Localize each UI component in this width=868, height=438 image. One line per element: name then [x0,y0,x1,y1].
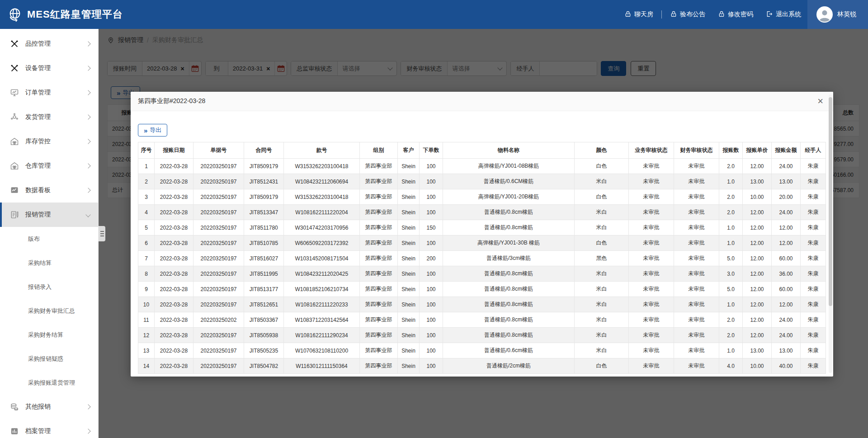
modal-table-cell: 202203250197 [193,174,244,189]
modal-table-cell: 朱康 [801,266,826,282]
modal-table-cell: W1084232112020425 [284,266,360,282]
modal-table-cell: 朱康 [801,282,826,297]
modal-table-cell: 米白 [575,266,629,282]
modal-table-cell: 12.00 [743,251,772,266]
modal-table-cell: 未审批 [629,189,674,205]
sidebar-subitem-报销录入[interactable]: 报销录入 [0,275,98,299]
modal-table-cell: W1081852106210734 [284,282,360,297]
chevron-right-icon [85,188,90,193]
sidebar-subitem-采购报销疑惑[interactable]: 采购报销疑惑 [0,347,98,371]
modal-table-cell: W1081622111220204 [284,205,360,220]
modal-col-业务审核状态: 业务审核状态 [629,142,674,159]
modal-table-cell: 20.00 [772,189,801,205]
modal-table-cell: 未审批 [674,297,719,312]
modal-table-cell: 未审批 [629,328,674,343]
modal-export-button[interactable]: » 导出 [138,124,167,137]
modal-table-cell: 2022-03-28 [155,312,193,328]
modal-table-cell: 朱康 [801,189,826,205]
modal-table-cell: 未审批 [674,235,719,251]
coins-icon [10,402,19,411]
nav-link-验布公告[interactable]: 验布公告 [670,10,705,19]
modal-table-cell: 100 [420,312,443,328]
modal-table-cell: 12.00 [772,297,801,312]
sidebar-item-label: 设备管理 [25,64,51,72]
close-icon[interactable]: × [815,96,826,106]
modal-table-cell: 100 [420,174,443,189]
sidebar-item-品控管理[interactable]: 品控管理 [0,32,98,56]
modal-table-cell: 11 [138,312,155,328]
archive-icon [10,427,19,436]
modal-table-cell: 朱康 [801,312,826,328]
modal-table-cell: 未审批 [674,189,719,205]
modal-table-cell: 100 [420,328,443,343]
modal-table-cell: 36.00 [772,266,801,282]
modal-col-物料名称: 物料名称 [443,142,575,159]
tools-icon [10,39,19,48]
user-menu[interactable]: 林英锐 [807,0,868,29]
modal-table-cell: 普通橡筋/0.8cm橡筋 [443,220,575,235]
modal-table-cell: 未审批 [629,220,674,235]
modal-table-cell: 202203250197 [193,189,244,205]
modal-table-cell: 米白 [575,205,629,220]
modal-table-cell: 2022-03-28 [155,189,193,205]
sidebar-subitem-采购结算[interactable]: 采购结算 [0,251,98,275]
modal-header: 第四事业部#2022-03-28 × [131,92,833,111]
modal-table-cell: 未审批 [629,297,674,312]
nav-link-聊天房[interactable]: 聊天房 [624,10,653,19]
sidebar-item-订单管理[interactable]: 订单管理 [0,80,98,105]
modal-table-cell: 5 [138,220,155,235]
sidebar-subitem-采购报账退货管理[interactable]: 采购报账退货管理 [0,371,98,395]
nav-link-修改密码[interactable]: 修改密码 [718,10,753,19]
modal-table-cell: 朱康 [801,220,826,235]
modal-table-cell: W1070632108110200 [284,343,360,358]
modal-table-cell: 100 [420,358,443,374]
modal-table-row: 142022-03-28202203250197JIT8504782W11630… [138,358,826,374]
modal-scrollbar-thumb[interactable] [829,97,832,306]
sidebar-subitem-采购财务审批汇总[interactable]: 采购财务审批汇总 [0,299,98,323]
modal-table-cell: 100 [420,235,443,251]
sidebar-item-数据看板[interactable]: 数据看板 [0,178,98,203]
sidebar-subitem-采购财务结算[interactable]: 采购财务结算 [0,323,98,347]
sidebar-item-其他报销[interactable]: 其他报销 [0,395,98,419]
modal-table-cell: JIT8516027 [244,251,284,266]
double-arrow-icon: » [144,127,147,134]
navbar-links: 聊天房验布公告修改密码退出系统 [618,10,807,19]
modal-table-cell: 12 [138,328,155,343]
sidebar-item-仓库管理[interactable]: 仓库管理 [0,154,98,178]
sidebar-item-发货管理[interactable]: 发货管理 [0,105,98,129]
modal-table-row: 62022-03-28202203250197JIT8510785W606509… [138,235,826,251]
modal-table-cell: 100 [420,266,443,282]
modal-table-cell: 米白 [575,174,629,189]
modal-table-cell: 100 [420,205,443,220]
modal-table-row: 92022-03-28202203250197JIT8513177W108185… [138,282,826,297]
sidebar-collapse-handle[interactable] [99,226,105,241]
modal-table-cell: 2022-03-28 [155,174,193,189]
avatar-icon [816,6,833,23]
nav-link-退出系统[interactable]: 退出系统 [766,10,801,19]
modal-scrollbar-track [829,94,832,373]
modal-table-header-row: 序号报账日期单据号合同号款号组别客户下单数物料名称颜色业务审核状态财务审核状态报… [138,142,826,159]
sidebar: 品控管理设备管理订单管理发货管理库存管控仓库管理数据看板报销管理版布采购结算报销… [0,29,99,438]
globe-icon [7,7,23,22]
modal-table-cell: Shein [398,343,420,358]
modal-table-cell: 13.00 [743,343,772,358]
modal-table-cell: W3014742203170956 [284,220,360,235]
sidebar-item-档案管理[interactable]: 档案管理 [0,419,98,438]
modal-table-cell: 第四事业部 [360,343,398,358]
modal-table-cell: Shein [398,328,420,343]
modal-table-cell: 未审批 [674,251,719,266]
modal-table-cell: 202203250197 [193,343,244,358]
modal-table-cell: 朱康 [801,358,826,374]
warehouse-icon [10,137,19,146]
modal-table-cell: 普通橡筋/0.6cm橡筋 [443,343,575,358]
modal-table-cell: 第四事业部 [360,328,398,343]
modal-col-客户: 客户 [398,142,420,159]
sidebar-item-报销管理[interactable]: 报销管理 [0,203,98,227]
sidebar-item-设备管理[interactable]: 设备管理 [0,56,98,80]
top-navbar: MES红路皇管理平台 聊天房验布公告修改密码退出系统 林英锐 [0,0,868,29]
sidebar-subitem-版布[interactable]: 版布 [0,227,98,251]
sidebar-item-库存管控[interactable]: 库存管控 [0,129,98,154]
modal-table-cell: 24.00 [772,205,801,220]
modal-table-cell: 第四事业部 [360,159,398,174]
modal-table-cell: 未审批 [674,343,719,358]
